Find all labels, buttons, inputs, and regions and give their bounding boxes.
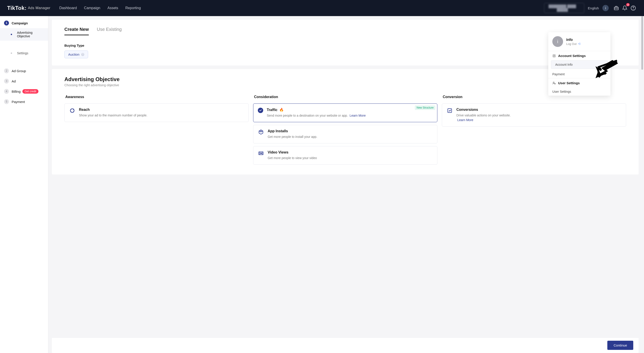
sidebar-label: Ad Group (12, 69, 26, 73)
objective-app-installs[interactable]: App Installs Get more people to install … (253, 125, 438, 143)
sidebar-settings[interactable]: Settings (0, 49, 48, 58)
objective-title-text: Video Views (268, 150, 433, 154)
learn-more-link[interactable]: Learn More (457, 118, 474, 122)
nav-assets[interactable]: Assets (108, 6, 118, 10)
sidebar-payment[interactable]: 5 Payment (0, 96, 48, 107)
objective-title-text: Conversions (456, 108, 622, 112)
objective-desc: Get more people to install your app. (268, 134, 433, 139)
sidebar: 1 Campaign Advertising Objective Setting… (0, 16, 48, 353)
help-icon[interactable] (630, 4, 637, 12)
nav-dashboard[interactable]: Dashboard (59, 6, 77, 10)
objective-traffic[interactable]: New Structure Traffic 🔥 Send mor (253, 103, 438, 122)
objective-reach[interactable]: Reach Show your ad to the maximum number… (64, 103, 249, 122)
dropdown-payment[interactable]: Payment (548, 70, 610, 78)
user-avatar[interactable]: i (602, 5, 609, 11)
sidebar-ad[interactable]: 3 Ad (0, 76, 48, 86)
dropdown-avatar: i (552, 36, 563, 47)
objective-title-text: App Installs (268, 129, 433, 133)
dropdown-username: info (566, 38, 580, 42)
chip-text: Auction (68, 52, 80, 56)
bullet-icon (11, 52, 12, 54)
sidebar-advertising-objective[interactable]: Advertising Objective (0, 28, 48, 41)
sidebar-ad-group[interactable]: 2 Ad Group (0, 66, 48, 76)
objective-desc: Show your ad to the maximum number of pe… (79, 113, 244, 118)
buying-type-label: Buying Type (64, 43, 626, 47)
sidebar-label: Ad (12, 79, 16, 83)
sidebar-label: Settings (17, 51, 28, 55)
mode-tabs: Create New Use Existing (64, 27, 626, 35)
account-settings-header: Account Settings (548, 51, 610, 60)
sidebar-campaign[interactable]: 1 Campaign (0, 18, 48, 28)
svg-point-7 (554, 55, 554, 56)
tab-use-existing[interactable]: Use Existing (97, 27, 122, 35)
shield-icon (552, 54, 556, 58)
notification-count: 3 (626, 3, 630, 6)
new-structure-badge: New Structure (415, 105, 435, 110)
user-dropdown: i info Log Out Account Settings Account … (548, 32, 610, 96)
target-icon (446, 108, 453, 114)
continue-button[interactable]: Continue (607, 341, 633, 350)
col-consideration: Consideration New Structure Traffic 🔥 (253, 95, 438, 167)
step-number: 1 (4, 20, 9, 25)
footer-bar: Continue (52, 337, 639, 353)
tab-create-new[interactable]: Create New (64, 27, 89, 35)
nav-campaign[interactable]: Campaign (84, 6, 100, 10)
film-icon (258, 150, 264, 157)
col-awareness: Awareness Reach Show your ad to the maxi… (64, 95, 249, 167)
reach-icon (69, 108, 75, 114)
col-head-consideration: Consideration (253, 95, 438, 99)
sidebar-billing[interactable]: 4 Billing Get credit (0, 86, 48, 96)
cube-icon (258, 129, 264, 135)
logo-subtitle: Ads Manager (28, 6, 50, 10)
objective-desc: Get more people to view your video (268, 156, 433, 160)
user-settings-header: User Settings (548, 78, 610, 88)
objective-subtitle: Choosing the right advertising objective (64, 83, 626, 87)
col-conversion: Conversion Conversions Drive valuable ac… (442, 95, 626, 167)
bullet-icon (11, 34, 12, 35)
account-selector[interactable]: ████████ ████ █████ (544, 3, 584, 13)
top-header: TikTok: Ads Manager Dashboard Campaign A… (0, 0, 644, 16)
sidebar-label: Billing (12, 90, 20, 93)
learn-more-link[interactable]: Learn More (350, 114, 366, 117)
col-head-awareness: Awareness (64, 95, 249, 99)
logo: TikTok: Ads Manager (7, 5, 50, 11)
help-icon: ? (81, 53, 84, 56)
objective-title: Advertising Objective (64, 76, 626, 82)
scrollbar[interactable] (641, 16, 643, 70)
step-number: 3 (4, 79, 9, 83)
briefcase-icon[interactable] (613, 4, 620, 12)
user-gear-icon (552, 81, 556, 85)
objective-title-text: Traffic 🔥 (267, 108, 433, 112)
get-credit-badge: Get credit (22, 89, 38, 94)
sidebar-label: Advertising Objective (17, 31, 44, 38)
step-number: 5 (4, 99, 9, 104)
dropdown-account-info[interactable]: Account Info (551, 60, 608, 69)
step-number: 4 (4, 89, 9, 94)
buying-type-chip-auction[interactable]: Auction ? (64, 50, 88, 58)
objective-video-views[interactable]: Video Views Get more people to view your… (253, 146, 438, 165)
sidebar-label: Campaign (12, 21, 28, 25)
user-settings-section: User Settings User Settings (548, 78, 610, 96)
dropdown-header: i info Log Out (548, 32, 610, 51)
notification-icon[interactable]: 3 (621, 4, 628, 12)
svg-point-2 (633, 9, 634, 9)
objective-desc: Drive valuable actions on your website. … (456, 113, 622, 122)
objective-columns: Awareness Reach Show your ad to the maxi… (64, 95, 626, 167)
nav-reporting[interactable]: Reporting (126, 6, 141, 10)
language-selector[interactable]: English (588, 6, 599, 10)
objective-title-text: Reach (79, 108, 244, 112)
objective-conversions[interactable]: Conversions Drive valuable actions on yo… (442, 103, 626, 127)
account-settings-section: Account Settings Account Info Payment (548, 51, 610, 78)
main-nav: Dashboard Campaign Assets Reporting (59, 6, 141, 10)
svg-point-8 (553, 82, 554, 83)
fire-icon: 🔥 (279, 108, 284, 112)
sidebar-label: Payment (12, 100, 25, 104)
logout-link[interactable]: Log Out (566, 42, 580, 45)
step-number: 2 (4, 68, 9, 73)
logo-mark: TikTok: (7, 5, 26, 11)
check-icon (258, 108, 263, 113)
objective-desc: Send more people to a destination on you… (267, 113, 433, 118)
dropdown-user-settings[interactable]: User Settings (548, 88, 610, 96)
